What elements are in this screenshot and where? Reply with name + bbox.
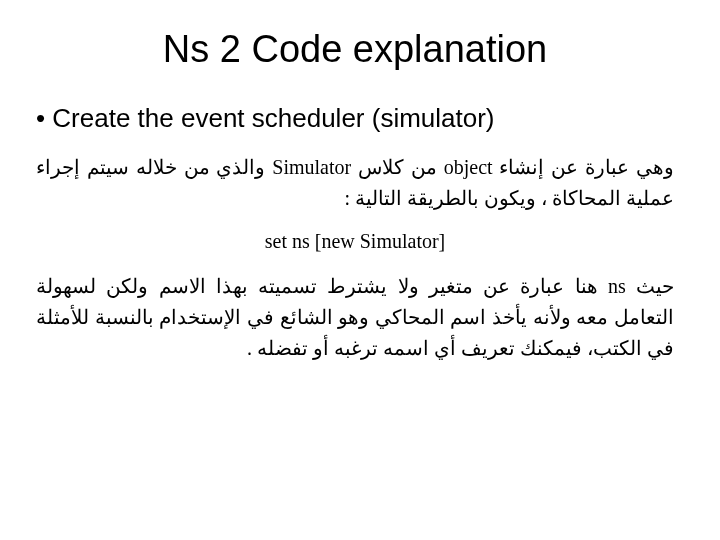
- text-fragment: من كلاس: [351, 156, 444, 178]
- code-set-ns: set ns [new Simulator]: [30, 230, 680, 253]
- text-fragment: هنا عبارة عن متغير ولا يشترط تسميته بهذا…: [36, 275, 674, 359]
- page-title: Ns 2 Code explanation: [30, 28, 680, 71]
- text-fragment: حيث: [626, 275, 674, 297]
- inline-latin-simulator: Simulator: [272, 156, 351, 178]
- slide: Ns 2 Code explanation Create the event s…: [0, 0, 720, 540]
- bullet-create-scheduler: Create the event scheduler (simulator): [30, 103, 680, 134]
- paragraph-intro: وهي عبارة عن إنشاء object من كلاس Simula…: [36, 152, 674, 214]
- paragraph-explanation: حيث ns هنا عبارة عن متغير ولا يشترط تسمي…: [36, 271, 674, 364]
- inline-latin-ns: ns: [608, 275, 626, 297]
- text-fragment: وهي عبارة عن إنشاء: [493, 156, 674, 178]
- inline-latin-object: object: [444, 156, 493, 178]
